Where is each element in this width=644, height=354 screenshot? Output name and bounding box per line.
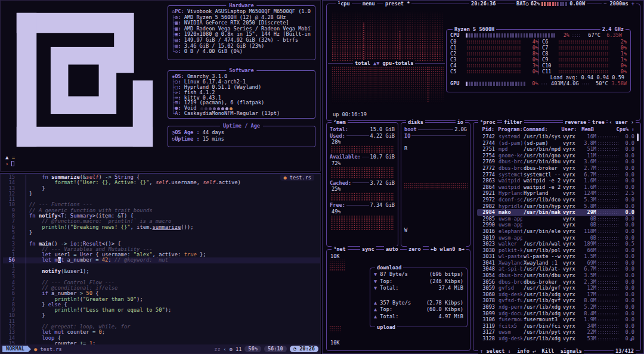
code-area[interactable]: 15 fn summarize(&self) -> String {14 for… bbox=[3, 175, 320, 344]
fastfetch-value: AMD Radeon Vega Series / Radeon Vega Mob… bbox=[184, 26, 311, 32]
net-sync-button[interactable]: sync bbox=[360, 246, 376, 252]
process-row[interactable]: 2769dbus-bro/usr/bin/dbuvyrx3.6M0.0 bbox=[477, 159, 634, 165]
code-line[interactable]: 2 notify(&user1); bbox=[3, 269, 320, 274]
process-program: gnome-ke bbox=[495, 153, 522, 159]
process-row[interactable]: 3059gvfsd/usr/lib/gvfvyrx12M0.0 bbox=[477, 285, 634, 291]
io-toggle[interactable]: io bbox=[456, 119, 465, 125]
proc-filter-button[interactable]: filter bbox=[502, 119, 524, 125]
cpu-core-row: C70% bbox=[542, 45, 627, 51]
process-row[interactable]: 2985uwsm-appvyrx0B0.0 bbox=[477, 216, 634, 222]
btop-preset-button[interactable]: preset * bbox=[383, 1, 411, 7]
gutter-separator bbox=[15, 235, 26, 241]
process-user: vyrx bbox=[562, 247, 580, 254]
process-row[interactable]: 3060xdg-desk/usr/lib/xdgvyrx17M0.0 bbox=[477, 291, 634, 298]
net-row: ▼ Top:(246 Kibps) bbox=[374, 278, 463, 285]
net-auto-button[interactable]: auto bbox=[384, 246, 400, 252]
process-row[interactable]: 2742systemd/usr/lib/sysvyrx16M0.0 bbox=[477, 133, 634, 140]
proc-box[interactable]: ⁴proc filter reverse tree ‹ user › Pid: … bbox=[473, 122, 641, 351]
process-row[interactable]: 3023walker/usr/bin/walvyrx189M0.5 bbox=[477, 241, 634, 247]
process-row[interactable]: 3016elephant/usr/bin/elevyrx118M0.0 bbox=[477, 228, 634, 235]
net-zero-button[interactable]: zero bbox=[407, 246, 423, 252]
process-row[interactable]: 3031wl-pastewl-paste --wvyrx1.5M0.0 bbox=[477, 253, 634, 260]
process-row[interactable]: 2751mpd/usr/bin/mpdvyrx51M0.0 bbox=[477, 146, 634, 153]
process-graph bbox=[597, 154, 619, 157]
process-cpu: 0.0 bbox=[620, 228, 634, 235]
process-row[interactable]: 3127uwsm/usr/bin/pytvyrx22M0.0 bbox=[477, 329, 634, 336]
process-row[interactable]: 3054dbus-bro/usr/bin/dbuvyrx3.5M0.0 bbox=[477, 272, 634, 279]
process-row[interactable]: 2982hypridle/usr/bin/hypvyrx5.8M0.0 bbox=[477, 203, 634, 210]
proc-scrollbar[interactable] bbox=[637, 133, 639, 342]
process-command: dbus-broker bbox=[522, 279, 562, 285]
process-pid: 3056 bbox=[477, 279, 495, 285]
process-row[interactable]: 3128xdg-desk/usr/lib/xdgvyrx53M0.0 bbox=[477, 336, 634, 342]
code-line[interactable]: 9 println!("Less than or equal to 50"); bbox=[3, 308, 320, 313]
process-row[interactable]: 2863waitpidwaitpid -e 2vyrx1.6M0.0 bbox=[477, 178, 634, 184]
process-row[interactable]: 2744(sd-pam)(sd-pam)vyrx3.8M0.0 bbox=[477, 140, 634, 147]
code-line[interactable]: 12} bbox=[3, 191, 320, 197]
process-row[interactable]: 2754gnome-ke/usr/bin/gnovyrx11M0.0 bbox=[477, 153, 634, 159]
net-box[interactable]: ³net sync auto zero ←b wlan0 n→ 10K down… bbox=[326, 249, 470, 351]
process-row[interactable]: 3078gvfsd-fu/usr/lib/gvfvyrx8.0M0.0 bbox=[477, 297, 634, 304]
proc-reverse-button[interactable]: reverse bbox=[563, 119, 588, 125]
proc-footer-controls[interactable]: ↑ select ↓ info ↵ Kill signals bbox=[478, 348, 584, 354]
uptime-box: Uptime / Age ◷OS Age : 44 days↻Uptime : … bbox=[168, 126, 315, 147]
code-line[interactable]: 6 println!("Breaking news! {}", item.sum… bbox=[3, 225, 320, 230]
process-program: fusermou bbox=[495, 316, 522, 323]
process-row[interactable]: 2864waitpidwaitpid -e 2vyrx1.6M0.0 bbox=[477, 184, 634, 191]
disks-title[interactable]: disks bbox=[406, 119, 425, 125]
process-user: vyrx bbox=[562, 316, 580, 323]
process-row[interactable]: 3056dbus-brodbus-brokervyrx2.3M0.0 bbox=[477, 279, 634, 285]
process-pid: 3030 bbox=[477, 247, 495, 254]
code-line[interactable]: 14 format!("User: {}, Active: {}", self.… bbox=[3, 180, 320, 185]
winbar-filename: test.rs bbox=[290, 175, 311, 181]
gutter-separator bbox=[15, 219, 26, 224]
disks-box[interactable]: disks io boot2.0G IO R W bbox=[401, 122, 470, 247]
core-name: C5 bbox=[450, 69, 465, 74]
proc-scrollbar-thumb[interactable] bbox=[637, 133, 639, 141]
process-row[interactable]: 3106fusermoufusermount3vyrx1.9M0.0 bbox=[477, 316, 634, 323]
proc-tree-button[interactable]: tree bbox=[590, 119, 606, 125]
proc-title[interactable]: ⁴proc bbox=[478, 119, 497, 125]
net-title[interactable]: ³net bbox=[332, 246, 348, 252]
process-row[interactable]: 2990uwsm-appvyrx0B0.0 bbox=[477, 222, 634, 228]
btop-menu-button[interactable]: menu bbox=[361, 1, 377, 7]
btop-pane[interactable]: ¹cpu menu preset * 20:26:36 BAT○ 62% 0.0… bbox=[322, 0, 644, 354]
process-program: uwsm-app bbox=[495, 222, 522, 228]
mem-title[interactable]: ²mem bbox=[332, 119, 348, 125]
direction-arrow-icon: ▼ bbox=[374, 271, 380, 278]
process-row[interactable]: 2921HyprlandHyprlandvyrx124M2.5 bbox=[477, 190, 634, 197]
code-line[interactable]: 5} bbox=[3, 230, 320, 235]
proc-column-headers[interactable]: Pid: Program: Command: User: MemB Cpu% ↑ bbox=[477, 126, 634, 133]
code-token: ); bbox=[165, 307, 172, 313]
process-row[interactable]: 2972dconf-se/usr/lib/dcovyrx5.3M0.0 bbox=[477, 197, 634, 203]
process-row[interactable]: 3030polkit-k/usr/lib/polvyrx66M0.0 bbox=[477, 247, 634, 254]
process-user: vyrx bbox=[562, 329, 580, 336]
update-interval-control[interactable]: − 2000ms + bbox=[602, 1, 636, 7]
process-row[interactable]: 3041XwaylandXwayland :1vyrx69M0.0 bbox=[477, 260, 634, 266]
process-row[interactable]: 3099xdg-docu/usr/lib/xdgvyrx8.4M0.0 bbox=[477, 310, 634, 317]
code-line[interactable]: 10 } bbox=[3, 313, 320, 318]
code-line[interactable]: 13 } bbox=[3, 186, 320, 191]
editor-pane[interactable]: 15 fn summarize(&self) -> String {14 for… bbox=[0, 173, 321, 354]
interval-minus-button[interactable]: − bbox=[603, 1, 606, 7]
process-row[interactable]: 2772dbus-brodbus-brokervyrx2.7M0.0 bbox=[477, 165, 634, 172]
mem-box[interactable]: ²mem Total:15.0 GiBUsed:4.22 GiB28%Avail… bbox=[326, 122, 398, 247]
process-row[interactable]: 3093xdg-perm/usr/lib/xdgvyrx5.2M0.0 bbox=[477, 304, 634, 310]
process-row[interactable]: 2774systemctsystemctl --vyrx6.7M0.0 bbox=[477, 172, 634, 178]
net-interface-selector[interactable]: ←b wlan0 n→ bbox=[429, 246, 466, 252]
proc-user-selector[interactable]: ‹ user › bbox=[608, 119, 636, 125]
btop-cpu-tab[interactable]: ¹cpu bbox=[336, 1, 352, 7]
interval-plus-button[interactable]: + bbox=[631, 1, 634, 7]
shell-prompt[interactable]: ▲ = › bbox=[5, 154, 15, 167]
process-cpu: 0.0 bbox=[620, 153, 634, 159]
process-row[interactable]: 2984mako/usr/bin/makvyrx29M0.0 bbox=[477, 209, 634, 216]
process-program: Hyprland bbox=[495, 190, 522, 197]
process-row[interactable]: 3019uwsm-appvyrx0B0.0 bbox=[477, 235, 634, 241]
prompt-status: = bbox=[12, 154, 15, 160]
terminal-pane[interactable]: Hardware ⌂PC: Vivobook_ASUSLaptop M6500Q… bbox=[0, 0, 321, 172]
code-line[interactable]: 56 let mut a_number = 42; // @keyword: `… bbox=[3, 257, 320, 263]
process-row[interactable]: 3048at-spi-b/usr/lib/at-vyrx6.7M0.0 bbox=[477, 266, 634, 272]
cpu-box[interactable]: total ▲▼ gpu-totals up 00:16:19 Ryzen 5 … bbox=[326, 4, 640, 121]
cpu-graph-mode-label[interactable]: total ▲▼ gpu-totals bbox=[353, 60, 415, 66]
process-row[interactable]: 3119fcitx5/usr/bin/fcivyrx34M0.0 bbox=[477, 323, 634, 330]
